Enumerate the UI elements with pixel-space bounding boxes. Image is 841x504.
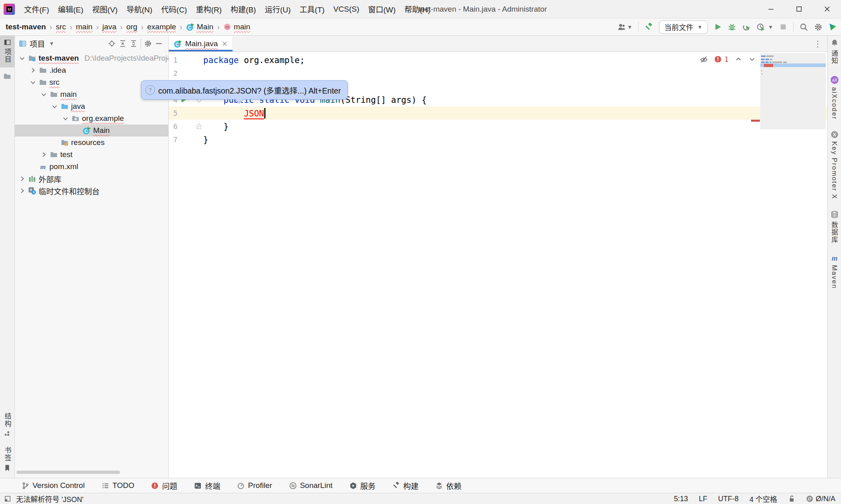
tree-chevron[interactable] [18,187,26,194]
minimize-button[interactable] [757,0,785,18]
tree-row-pom.xml[interactable]: mpom.xml [15,161,168,173]
breadcrumb-item[interactable]: java [102,22,116,31]
toolwindow-button[interactable]: 构建 [392,480,418,491]
toolwindow-tab-project[interactable]: 项目 [0,36,14,67]
breadcrumb-item[interactable]: mmain [223,22,250,31]
gutter-icons[interactable] [178,123,203,130]
code-minimap[interactable] [760,53,826,129]
toolwindow-button[interactable]: Profiler [237,481,272,490]
breadcrumb-item[interactable]: test-maven [6,22,46,31]
chevron-down-icon[interactable]: ▼ [49,41,54,47]
tree-row-test-maven[interactable]: test-mavenD:\IdeaProjects\IdeaProje [15,52,168,64]
search-everywhere-button[interactable] [800,23,808,31]
menu-item[interactable]: 导航(N) [122,0,157,18]
settings-button[interactable] [814,23,823,31]
folder-stripe-icon[interactable] [3,72,11,80]
error-stripe-mark[interactable] [751,120,760,122]
menu-item[interactable]: 窗口(W) [363,0,400,18]
toolwindow-button[interactable]: 依赖 [435,480,461,491]
readonly-lock-icon[interactable] [788,495,795,502]
run-configuration-select[interactable]: 当前文件 ▼ [659,20,708,34]
hide-panel-button[interactable] [155,40,163,47]
breadcrumb-item[interactable]: example [147,22,176,31]
tree-row-cjk[interactable]: 外部库 [15,173,168,185]
toolwindow-button[interactable]: Version Control [22,481,85,490]
code-with-me-button[interactable]: ▼ [617,23,632,31]
toolwindow-tab[interactable]: aXaiXcoder [830,75,839,120]
menu-item[interactable]: 构建(B) [226,0,260,18]
caret-position[interactable]: 5:13 [674,495,688,503]
run-with-coverage-button[interactable] [757,23,765,31]
tree-row-java[interactable]: java [15,100,168,112]
code-line-5[interactable]: 5 JSON [169,106,827,120]
tree-row-resources[interactable]: resources [15,137,168,149]
build-project-button[interactable] [645,23,653,31]
toolwindow-toggle-icon[interactable] [4,495,11,502]
file-encoding[interactable]: UTF-8 [718,495,739,503]
horizontal-scrollbar[interactable] [16,471,120,474]
tree-chevron[interactable] [18,55,26,62]
toolwindow-button[interactable]: 服务 [349,480,376,491]
select-opened-file-button[interactable] [108,40,116,47]
breadcrumb-item[interactable]: main [76,22,92,31]
profiler-button[interactable] [742,23,751,31]
tree-chevron[interactable] [40,151,47,158]
tree-row-Main[interactable]: CMain [15,124,168,137]
breadcrumb-item[interactable]: org [126,22,137,31]
menu-item[interactable]: 编辑(E) [53,0,88,18]
debug-button[interactable] [728,23,736,31]
tree-row-org.example[interactable]: org.example [15,112,168,124]
highlighting-level-button[interactable] [700,55,708,63]
expand-all-button[interactable] [119,40,127,47]
tree-chevron[interactable] [29,79,37,86]
toolwindow-tab[interactable]: XKey Promoter X [831,131,839,199]
tree-row-test[interactable]: test [15,149,168,161]
menu-item[interactable]: 代码(C) [157,0,191,18]
tree-chevron[interactable] [51,103,58,110]
error-badge-icon[interactable] [714,55,722,63]
indent-setting[interactable]: 4 个空格 [749,494,777,504]
toolwindow-button[interactable]: TODO [102,481,135,490]
project-panel-title[interactable]: 项目 [30,38,45,49]
close-button[interactable] [813,0,841,18]
tree-chevron[interactable] [18,175,26,182]
previous-error-button[interactable] [735,55,742,63]
tree-row-cjk[interactable]: 临时文件和控制台 [15,185,168,197]
toolwindow-tab[interactable]: mMaven [831,254,839,289]
tree-chevron[interactable] [29,67,37,74]
code-line-6[interactable]: 6 } [169,120,827,133]
toolwindow-button[interactable]: 终端 [194,480,220,491]
close-tab-icon[interactable]: ✕ [222,40,227,48]
breadcrumb-item[interactable]: src [56,22,66,31]
menu-item[interactable]: 视图(V) [88,0,122,18]
menu-item[interactable]: 工具(T) [295,0,329,18]
menu-item[interactable]: VCS(S) [329,0,363,18]
toolwindow-tab[interactable]: 书签 [0,443,14,475]
coverage-widget[interactable]: Ø Ø/N/A [806,495,835,503]
tree-chevron[interactable] [40,91,47,98]
chevron-down-icon[interactable]: ▼ [768,24,773,30]
line-separator[interactable]: LF [699,495,707,503]
code-line-2[interactable]: 2 [169,67,827,80]
import-suggestion-popup[interactable]: ? com.alibaba.fastjson2.JSON? (多重选择...) … [141,80,348,100]
collapse-all-button[interactable] [130,40,137,47]
editor-body[interactable]: 1package org.example;23public class Main… [169,52,827,478]
code-line-7[interactable]: 7} [169,133,827,146]
tree-row-.idea[interactable]: .idea [15,64,168,76]
menu-item[interactable]: 重构(R) [192,0,226,18]
options-gear-button[interactable] [144,40,152,47]
tab-main-java[interactable]: C Main.java ✕ [169,36,233,51]
breadcrumb-item[interactable]: CMain [186,22,213,31]
maximize-button[interactable] [785,0,813,18]
menu-item[interactable]: 运行(U) [260,0,295,18]
tree-chevron[interactable] [61,115,69,122]
plugin-logo-button[interactable] [829,23,837,31]
more-tabs-button[interactable]: ⋮ [814,36,822,51]
toolwindow-button[interactable]: SonarLint [289,481,333,490]
run-button[interactable] [714,23,722,31]
menu-item[interactable]: 文件(F) [20,0,53,18]
toolwindow-button[interactable]: 问题 [151,480,177,491]
toolwindow-tab[interactable]: 结构 [0,409,14,441]
next-error-button[interactable] [748,55,756,63]
toolwindow-tab[interactable]: 数据库 [830,210,839,244]
